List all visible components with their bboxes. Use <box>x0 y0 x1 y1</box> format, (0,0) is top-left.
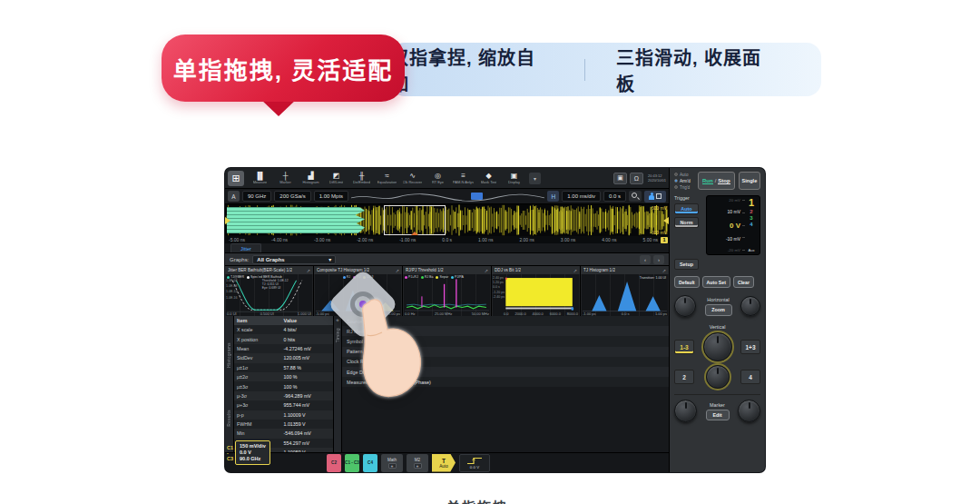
marker-b-knob[interactable] <box>738 400 760 422</box>
graphs-prev-button[interactable]: ‹ <box>640 255 651 264</box>
side-tab-timing[interactable]: Timing <box>336 328 340 342</box>
run-stop-button[interactable]: Run / Stop <box>698 172 735 190</box>
tab-jitter[interactable]: Jitter <box>230 243 261 252</box>
waveform-preview-strip[interactable] <box>351 191 544 203</box>
panel-composite-histogram[interactable]: Composite TJ Histogram 1/2 ↗ RJPJDDJ <box>314 266 402 316</box>
panel-tj-histogram[interactable]: TJ Histogram 1/2 ↗ Transition: 1.00 UI <box>581 266 669 316</box>
channel-number[interactable]: 1 <box>749 198 754 208</box>
autoset-button[interactable]: Auto Set <box>702 276 730 288</box>
channel-2-button[interactable]: 2 <box>674 370 694 384</box>
expand-icon[interactable]: ↗ <box>396 268 399 273</box>
table-row[interactable]: Mean -4.27246 mV <box>234 344 333 353</box>
trigger-auto-button[interactable]: Auto <box>674 203 699 214</box>
graphs-next-button[interactable]: › <box>653 255 664 264</box>
toolbar-button[interactable]: ≡ PAM-N Anlys <box>451 169 475 188</box>
trigger-tag[interactable]: T Auto <box>432 454 456 472</box>
source-row[interactable]: Source <box>342 316 669 326</box>
apps-grid-button[interactable]: ⊞ <box>228 171 244 186</box>
trigger-setup-button[interactable]: Setup <box>674 259 699 270</box>
source-row[interactable]: Edge Direction Both <box>342 367 669 377</box>
side-tab-results[interactable]: Results <box>227 410 231 427</box>
status-radio[interactable]: Arm'd <box>674 179 698 183</box>
table-row[interactable]: μ±2σ 100 % <box>234 372 333 381</box>
table-row[interactable]: μ±3σ 100 % <box>234 381 333 390</box>
table-row[interactable]: Min -546.094 mV <box>234 429 333 438</box>
table-row[interactable]: X position 0 hits <box>234 334 333 343</box>
vertical-scale-knob-2[interactable] <box>706 365 730 389</box>
default-button[interactable]: Default <box>674 276 700 288</box>
trigger-norm-button[interactable]: Norm <box>674 217 699 228</box>
single-button[interactable]: Single <box>739 172 760 190</box>
channel-tab[interactable]: C2 <box>327 454 341 472</box>
timebase-field[interactable]: 1.00 ms/div <box>562 191 601 202</box>
source-row[interactable]: Clock Recovery First <box>342 357 669 367</box>
memory-depth-field[interactable]: 1.00 Mpts <box>314 191 348 202</box>
expand-icon[interactable]: ↗ <box>573 268 577 273</box>
side-tab-histograms[interactable]: Histograms <box>227 342 231 368</box>
zoom-button[interactable]: Zoom <box>705 304 732 316</box>
source-row[interactable]: Measurement TIE (Phase) <box>342 377 669 387</box>
screen-icon[interactable]: ▣ <box>613 173 627 184</box>
channel-scale-box[interactable]: 150 mV/div 0.0 V 90.0 GHz <box>235 440 270 465</box>
diamond-icon[interactable]: ◈ <box>336 318 338 322</box>
table-row[interactable]: μ±1σ 57.88 % <box>234 363 333 372</box>
expand-icon[interactable]: ↗ <box>307 268 310 273</box>
table-row[interactable]: X scale 4 bits/ <box>234 325 333 334</box>
main-waveform-area[interactable]: 600 mV -600 mV -5.00 ns-4.00 ns-3.00 ns-… <box>225 204 669 243</box>
status-radio[interactable]: Trig'd <box>674 185 698 190</box>
search-zoom-button[interactable] <box>629 191 642 202</box>
toolbar-button[interactable]: ≈ Equalization <box>375 169 399 188</box>
table-row[interactable]: μ-3σ -964.289 mV <box>234 391 333 400</box>
add-math-button[interactable]: + <box>388 463 397 469</box>
panel-ber-bathtub[interactable]: Jitter BER Bathtub(BER-Scale) 1/2 ↗ TJ@B… <box>225 266 313 316</box>
expand-icon[interactable]: ↗ <box>485 268 488 273</box>
bell-icon[interactable]: Ω <box>630 173 643 184</box>
graphs-select[interactable]: All Graphs ▾ <box>252 255 336 264</box>
math-tile[interactable]: Math + <box>381 454 403 472</box>
toolbar-button[interactable]: ▐▌ Measure <box>248 169 272 188</box>
horizontal-position-knob[interactable] <box>674 295 696 317</box>
sample-rate-field[interactable]: 200 GSa/s <box>274 191 310 202</box>
channel-tab[interactable]: C4 <box>363 454 377 472</box>
add-math-button[interactable]: + <box>414 463 422 469</box>
toolbar-button[interactable]: ◆ Mask Test <box>476 169 501 188</box>
table-row[interactable]: μ+3σ 955.744 mV <box>234 400 333 410</box>
horizontal-h-button[interactable]: H <box>547 191 559 202</box>
channel-a-button[interactable]: A <box>228 191 240 202</box>
source-row[interactable]: Pattern Length <box>342 347 669 357</box>
marker-a-knob[interactable] <box>674 400 697 422</box>
toolbar-button[interactable]: ▣ Display <box>502 169 526 188</box>
horizontal-scale-knob[interactable] <box>740 296 760 316</box>
bandwidth-field[interactable]: 90 GHz <box>242 191 271 202</box>
source-row[interactable]: Symbol Rate <box>342 336 669 346</box>
math-tile[interactable]: M2 + <box>407 454 428 472</box>
channel-4-button[interactable]: 4 <box>740 370 760 384</box>
table-row[interactable]: p-p 1.10009 V <box>234 410 333 420</box>
expand-icon[interactable]: ↗ <box>662 268 666 273</box>
toolbar-more-caret[interactable]: ▾ <box>529 173 541 184</box>
table-row[interactable]: StdDev 120.005 mV <box>234 353 333 362</box>
toolbar-button[interactable]: ┼ Marker <box>273 169 298 188</box>
toolbar-button[interactable]: ╫ De/Embed <box>349 169 374 188</box>
channel-number[interactable]: 4 <box>750 222 752 227</box>
channel-number[interactable]: 3 <box>750 215 752 221</box>
toolbar-button[interactable]: ◩ Diff/Limit <box>324 169 348 188</box>
toolbar-button[interactable]: ∿ Clk Recover <box>400 169 425 188</box>
marker-edit-button[interactable]: Edit <box>706 410 730 420</box>
vertical-scale-knob-1[interactable] <box>703 332 732 361</box>
channel-1plus3-button[interactable]: 1+3 <box>740 340 760 354</box>
status-radio[interactable]: Auto <box>674 173 698 177</box>
panel-ddj-vs-bit[interactable]: DDJ vs Bit 1/2 ↗ 2.40 ps1.20 ps0.0 s-1.2… <box>492 266 580 316</box>
channel-tab[interactable]: C1 - C3 <box>345 454 359 472</box>
channel-1-3-button[interactable]: 1-3 <box>674 340 694 354</box>
panel-rj-pj-threshold[interactable]: RJ/PJ Threshold 1/2 ↗ PJ+RJRJ BaSeparPJ/… <box>403 266 491 316</box>
source-row[interactable]: RJ Method <box>342 326 669 336</box>
h-position-field[interactable]: 0.0 s <box>603 191 626 202</box>
toolbar-button[interactable]: ◎ RT Eye <box>426 169 450 188</box>
preview-zoom-region[interactable] <box>471 193 483 200</box>
user-display-button[interactable] <box>644 191 666 203</box>
waveform-plot[interactable]: 600 mV -600 mV <box>225 204 669 236</box>
channel-number[interactable]: 2 <box>750 209 752 214</box>
clear-button[interactable]: Clear <box>733 276 754 288</box>
trigger-edge-box[interactable]: 0.0 V <box>459 454 490 472</box>
